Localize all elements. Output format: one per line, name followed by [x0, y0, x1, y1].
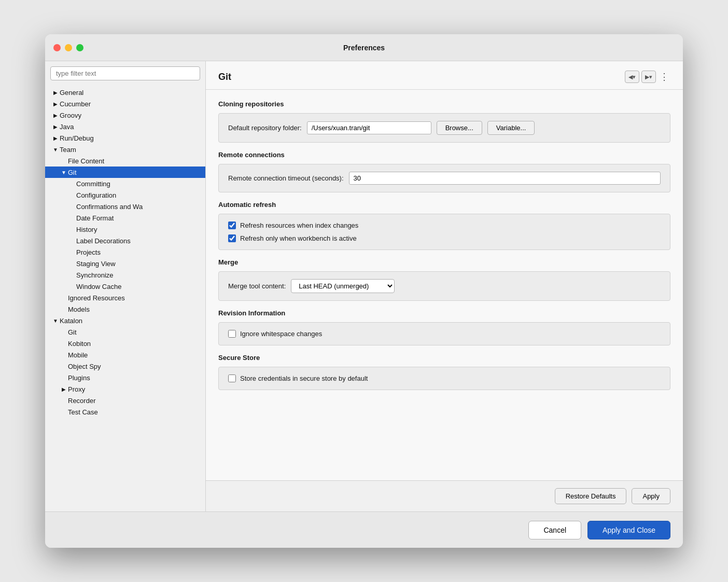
sidebar-item-recorder[interactable]: Recorder	[45, 395, 205, 406]
arrow-icon: ▼	[51, 316, 60, 325]
credentials-label[interactable]: Store credentials in secure store by def…	[240, 375, 368, 382]
main-panel: Git ◀▾ ▶▾ ⋮ Cloning repositories Default…	[206, 61, 683, 511]
sidebar-item-team[interactable]: ▼ Team	[45, 144, 205, 155]
arrow-icon	[60, 305, 68, 313]
sidebar-item-label: Synchronize	[76, 271, 201, 279]
sidebar-item-ignored-resources[interactable]: Ignored Resources	[45, 292, 205, 303]
sidebar-item-staging-view[interactable]: Staging View	[45, 258, 205, 269]
arrow-icon: ▶	[60, 385, 68, 393]
forward-button[interactable]: ▶▾	[641, 71, 656, 83]
revision-box: Ignore whitespace changes	[218, 322, 670, 345]
sidebar-item-committing[interactable]: Committing	[45, 178, 205, 189]
repo-folder-label: Default repository folder:	[228, 124, 302, 132]
sidebar-item-label: Katalon	[60, 317, 201, 325]
secure-store-title: Secure Store	[218, 354, 670, 362]
arrow-icon	[60, 339, 68, 348]
whitespace-row: Ignore whitespace changes	[228, 330, 661, 338]
arrow-icon: ▶	[51, 122, 60, 131]
bottom-bar: Cancel Apply and Close	[45, 511, 683, 548]
sidebar-item-models[interactable]: Models	[45, 303, 205, 315]
sidebar-item-file-content[interactable]: File Content	[45, 155, 205, 167]
back-button[interactable]: ◀▾	[625, 71, 639, 83]
auto-refresh-title: Automatic refresh	[218, 201, 670, 209]
sidebar-item-java[interactable]: ▶ Java	[45, 121, 205, 132]
secure-store-box: Store credentials in secure store by def…	[218, 367, 670, 390]
variable-button[interactable]: Variable...	[487, 121, 535, 135]
arrow-icon	[68, 237, 76, 245]
more-options-button[interactable]: ⋮	[658, 71, 670, 83]
repo-folder-input[interactable]	[307, 121, 431, 134]
close-button[interactable]	[53, 44, 61, 51]
refresh-index-label[interactable]: Refresh resources when index changes	[240, 221, 358, 229]
minimize-button[interactable]	[65, 44, 72, 51]
merge-tool-select[interactable]: Last HEAD (unmerged) Current version Bas…	[291, 279, 395, 293]
sidebar-item-label: Java	[60, 123, 201, 131]
apply-button[interactable]: Apply	[632, 488, 670, 504]
sidebar-item-label: Team	[60, 146, 201, 154]
sidebar-item-test-case[interactable]: Test Case	[45, 406, 205, 418]
merge-tool-label: Merge tool content:	[228, 282, 286, 290]
credentials-row: Store credentials in secure store by def…	[228, 375, 661, 382]
remote-title: Remote connections	[218, 151, 670, 159]
search-input[interactable]	[50, 66, 200, 80]
sidebar-item-label: File Content	[68, 157, 201, 165]
browse-button[interactable]: Browse...	[437, 121, 482, 135]
sidebar-item-label: Test Case	[68, 408, 201, 416]
cancel-button[interactable]: Cancel	[528, 521, 581, 539]
arrow-icon	[60, 408, 68, 416]
auto-refresh-section: Automatic refresh Refresh resources when…	[218, 201, 670, 250]
refresh-workbench-row: Refresh only when workbench is active	[228, 234, 661, 242]
sidebar-item-general[interactable]: ▶ General	[45, 87, 205, 98]
apply-and-close-button[interactable]: Apply and Close	[587, 521, 670, 539]
secure-store-section: Secure Store Store credentials in secure…	[218, 354, 670, 390]
sidebar-item-git[interactable]: ▼ Git	[45, 167, 205, 178]
refresh-index-checkbox[interactable]	[228, 221, 236, 229]
sidebar-item-label: Run/Debug	[60, 134, 201, 142]
sidebar-item-label: Confirmations and Wa	[76, 203, 201, 211]
arrow-icon	[68, 191, 76, 199]
credentials-checkbox[interactable]	[228, 375, 236, 382]
sidebar-item-label-decorations[interactable]: Label Decorations	[45, 235, 205, 246]
arrow-icon	[68, 282, 76, 290]
sidebar-item-cucumber[interactable]: ▶ Cucumber	[45, 98, 205, 109]
timeout-row: Remote connection timeout (seconds):	[228, 172, 661, 185]
merge-tool-row: Merge tool content: Last HEAD (unmerged)…	[228, 279, 661, 293]
maximize-button[interactable]	[76, 44, 83, 51]
sidebar-item-label: Proxy	[68, 385, 201, 393]
main-content: Cloning repositories Default repository …	[206, 90, 683, 480]
preferences-window: Preferences ▶ General ▶ Cucumber ▶	[45, 34, 683, 548]
sidebar-item-history[interactable]: History	[45, 224, 205, 235]
sidebar-item-mobile[interactable]: Mobile	[45, 349, 205, 361]
sidebar-item-proxy[interactable]: ▶ Proxy	[45, 383, 205, 395]
whitespace-label[interactable]: Ignore whitespace changes	[240, 330, 322, 338]
arrow-icon: ▶	[51, 100, 60, 108]
refresh-index-row: Refresh resources when index changes	[228, 221, 661, 229]
sidebar-item-run-debug[interactable]: ▶ Run/Debug	[45, 132, 205, 144]
refresh-workbench-checkbox[interactable]	[228, 234, 236, 242]
content-area: ▶ General ▶ Cucumber ▶ Groovy ▶ Java	[45, 61, 683, 511]
sidebar-item-groovy[interactable]: ▶ Groovy	[45, 109, 205, 121]
arrow-icon	[60, 362, 68, 370]
sidebar-item-plugins[interactable]: Plugins	[45, 372, 205, 383]
sidebar-item-label: Object Spy	[68, 363, 201, 370]
refresh-workbench-label[interactable]: Refresh only when workbench is active	[240, 234, 357, 242]
sidebar-item-label: General	[60, 89, 201, 96]
restore-defaults-button[interactable]: Restore Defaults	[555, 488, 627, 504]
arrow-icon: ▶	[51, 111, 60, 119]
sidebar-item-window-cache[interactable]: Window Cache	[45, 281, 205, 292]
sidebar-item-label: Kobiton	[68, 340, 201, 348]
timeout-input[interactable]	[349, 172, 661, 185]
sidebar-item-label: Cucumber	[60, 100, 201, 108]
sidebar-item-kobiton[interactable]: Kobiton	[45, 338, 205, 349]
sidebar-item-projects[interactable]: Projects	[45, 246, 205, 258]
sidebar-item-confirmations[interactable]: Confirmations and Wa	[45, 201, 205, 212]
sidebar-item-katalon-git[interactable]: Git	[45, 326, 205, 338]
tree: ▶ General ▶ Cucumber ▶ Groovy ▶ Java	[45, 85, 205, 511]
whitespace-checkbox[interactable]	[228, 330, 236, 338]
sidebar-item-configuration[interactable]: Configuration	[45, 189, 205, 201]
sidebar-item-katalon[interactable]: ▼ Katalon	[45, 315, 205, 326]
sidebar-item-synchronize[interactable]: Synchronize	[45, 269, 205, 281]
sidebar-item-object-spy[interactable]: Object Spy	[45, 361, 205, 372]
sidebar-item-date-format[interactable]: Date Format	[45, 212, 205, 224]
arrow-icon	[60, 328, 68, 336]
